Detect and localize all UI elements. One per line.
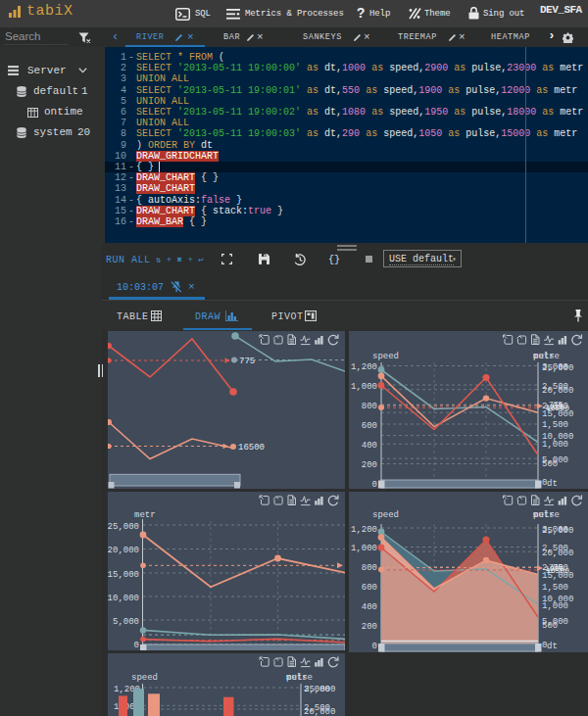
svg-text:metr: metr: [286, 673, 308, 683]
svg-text:20,000: 20,000: [542, 386, 573, 396]
svg-text:speed: speed: [131, 673, 158, 683]
svg-text:3,000: 3,000: [304, 685, 330, 694]
svg-text:1,000: 1,000: [542, 440, 568, 450]
svg-text:3,000: 3,000: [542, 525, 568, 535]
svg-text:metr: metr: [533, 510, 555, 520]
svg-text:200: 200: [362, 460, 377, 470]
svg-text:1,200: 1,200: [351, 525, 377, 535]
svg-text:1,500: 1,500: [542, 583, 568, 593]
svg-text:1,500: 1,500: [542, 420, 568, 430]
svg-text:20,000: 20,000: [304, 707, 335, 716]
svg-text:metr: metr: [533, 352, 555, 361]
svg-text:0: 0: [372, 642, 377, 651]
svg-text:dt: dt: [547, 642, 558, 651]
svg-text:1,000: 1,000: [351, 382, 377, 392]
svg-text:20,000: 20,000: [542, 549, 573, 558]
svg-text:20,000: 20,000: [108, 546, 139, 555]
svg-text:500: 500: [542, 459, 558, 469]
svg-text:16500: 16500: [238, 443, 265, 453]
svg-text:1,200: 1,200: [351, 362, 377, 372]
svg-text:600: 600: [362, 421, 377, 431]
svg-text:16500: 16500: [546, 566, 569, 575]
svg-text:600: 600: [362, 583, 377, 593]
svg-text:15,000: 15,000: [108, 570, 139, 580]
svg-text:3,000: 3,000: [542, 362, 568, 372]
svg-text:800: 800: [362, 563, 377, 573]
svg-text:16500: 16500: [546, 404, 569, 412]
svg-text:1,000: 1,000: [542, 601, 568, 611]
svg-text:0: 0: [372, 480, 377, 490]
svg-text:speed: speed: [372, 510, 399, 520]
svg-text:25,000: 25,000: [108, 522, 139, 532]
svg-text:200: 200: [362, 622, 377, 632]
svg-text:400: 400: [362, 441, 377, 451]
svg-text:10,000: 10,000: [108, 594, 139, 603]
svg-text:775: 775: [239, 357, 255, 366]
svg-text:0: 0: [134, 641, 139, 650]
svg-text:5,000: 5,000: [113, 617, 139, 627]
svg-text:400: 400: [362, 602, 377, 612]
svg-text:800: 800: [362, 402, 377, 411]
svg-text:dt: dt: [547, 479, 558, 489]
svg-text:speed: speed: [372, 352, 399, 361]
svg-text:1,000: 1,000: [351, 544, 377, 553]
svg-text:500: 500: [542, 621, 558, 631]
svg-text:metr: metr: [134, 510, 156, 520]
